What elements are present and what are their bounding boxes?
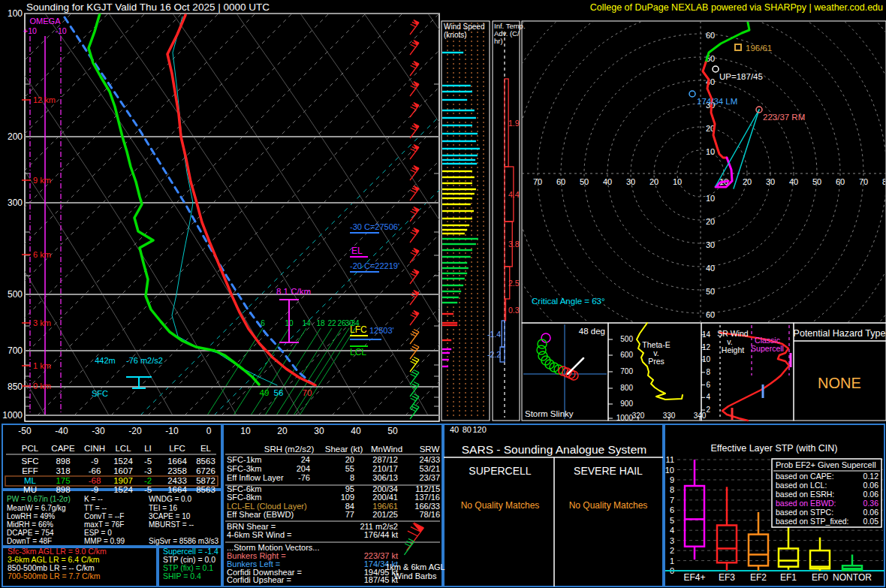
wind-speed-bar [442,313,454,315]
pcl-cell: 898 [56,485,70,494]
stp-y-label: 2 [670,546,674,555]
srwind-y-label: 4 [706,393,710,401]
srwind-y-label: 8 [706,368,710,376]
srwind-y-label: 2 [706,406,710,414]
stp-category-label: EF2 [750,572,767,583]
iso-minus30-label: -30 C=27506' [350,222,399,231]
hodo-ring-label: 60 [836,177,845,186]
wind-speed-bar [442,148,480,149]
thetae-y-label: 600 [620,351,633,359]
stp-y-label: 3 [670,536,674,545]
advection-value: 0.3 [508,306,520,315]
wind-speed-bar [442,125,472,126]
wind-speed-bar [442,117,476,119]
advection-value: -1.4 [487,330,501,339]
wind-speed-bar [442,210,474,212]
stp-y-label: 10 [665,466,674,475]
temp-axis-label: 20 [277,426,288,436]
advection-value: 4.4 [508,190,520,199]
pcl-cell: 1524 [113,485,133,494]
thetae-title-3: Pres [648,357,664,366]
pcl-cell: 898 [56,457,70,466]
barb-caption-1: 1km & 6km AGL [385,562,445,571]
pcl-cell: -3 [144,466,152,475]
wind-speed-bar [442,170,472,172]
pcl-cell: 1607 [113,466,133,475]
thermo-index: ConvT = --F [84,512,124,520]
stp-y-label: 7 [670,496,674,505]
height-label: 12 km [33,95,56,104]
stp-category-label: NONTOR [833,572,872,583]
wind-speed-bar [442,297,459,298]
wind-speed-bar [442,273,467,274]
wind-speed-bar [442,291,461,292]
temp-axis-label: 10 [240,426,251,436]
wind-speed-bar [442,324,457,326]
pcl-cell: 8563 [196,457,215,466]
wind-speed-bar [442,218,472,219]
hodo-ring-label: 20 [649,177,658,186]
sfc-temp-value: 70 [303,388,312,397]
sfc-wetbulb-value: 56 [274,388,284,397]
wind-speed-bar [442,99,467,101]
srh-cell: 200/41 [372,493,398,502]
srh-header: SRW [420,445,440,454]
wind-speed-bar [442,348,451,350]
wind-speed-bar [442,204,471,205]
sars-supercell-result: No Quality Matches [461,500,540,511]
hodo-ring-label: 30 [706,240,715,249]
srh-cell: 24 [301,455,310,464]
wind-speed-bar [442,243,476,245]
sfc-label: SFC [92,389,108,398]
omega-minus-label: -10 [55,26,66,35]
height-label: 6 km [33,250,51,259]
wind-speed-bar [442,262,467,264]
sars-hail-header: SEVERE HAIL [574,465,643,477]
composite-index-row: SHIP = 0.4 [163,571,201,580]
wind-speed-axis-label: 40 [450,425,459,434]
temp-axis-label: -30 [92,426,105,436]
pcl-header: LI [144,444,152,453]
thermo-index: ESP = 0 [84,529,112,537]
hazard-value: NONE [818,375,861,391]
wind-speed-bar [442,359,449,360]
pcl-cell: EFF [22,466,38,475]
wind-speed-bar [442,198,472,199]
wind-speed-bar [442,52,463,53]
wind-speed-bar [442,339,451,341]
srh-cell: 201/25 [372,510,398,519]
wind-speed-bar [442,302,457,303]
thetae-y-label: 900 [620,400,633,408]
pcl-cell: -9 [91,485,98,494]
srh-cell: 210/17 [372,464,398,473]
wind-speed-bar [442,256,471,258]
lfc-label: LFC [350,324,367,335]
temp-axis-label: -40 [55,426,68,436]
hodo-ring-label: 40 [706,264,715,273]
thermo-index: DownT = 48F [7,537,52,545]
srh-cell: 8 [350,473,354,482]
pcl-header: LFC [169,444,185,453]
thermo-index: TEI = 16 [149,504,178,512]
classic-supercell-label-2: Supercell [751,344,784,353]
pressure-label: 500 [8,289,23,300]
sars-supercell-header: SUPERCELL [469,465,531,477]
lapse-rates: Sfc-3km AGL LR = 9.0 C/km3-6km AGL LR = … [8,547,107,580]
el-label: EL [351,246,363,256]
hodo-ring-label: 50 [580,177,589,186]
wind-speed-bar [442,267,469,269]
stp-legend-value: 0.05 [863,517,879,526]
pcl-header: CAPE [51,444,75,453]
wind-speed-bar [442,163,477,164]
lfc-height-label: 12503' [369,326,394,335]
stp-legend-label: based on STPC: [776,508,833,517]
wind-speed-bar [442,249,472,251]
hazard-title: Potential Hazard Type [794,328,886,339]
wind-speed-bar [442,193,475,194]
pcl-cell: 8563 [196,485,215,494]
hodo-ring-label: 40 [603,177,612,186]
temp-axis-label: -50 [18,426,32,436]
hodo-marker-label: 174/34 LM [697,97,737,106]
stp-legend-value: 0.06 [863,490,879,499]
wind-speed-bar [442,133,478,134]
